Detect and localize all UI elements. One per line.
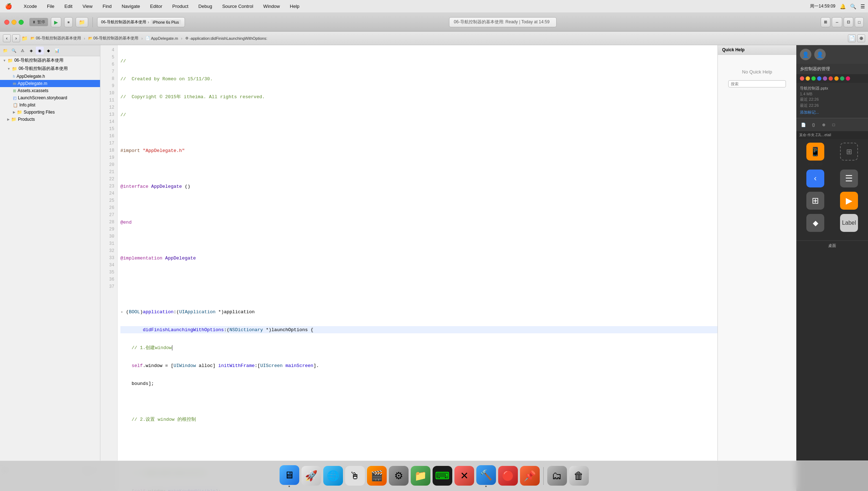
nav-icon-search[interactable]: 🔍 [10, 47, 18, 54]
dock-launchpad[interactable]: 🚀 [301, 466, 321, 486]
dock-folder[interactable]: 📁 [411, 466, 430, 486]
dock-safari[interactable]: 🌐 [323, 466, 343, 486]
obj-item-5[interactable]: ⊞ [800, 192, 831, 211]
menu-navigate[interactable]: Navigate [119, 3, 142, 10]
folder-icon-btn[interactable]: 📁 [76, 17, 88, 27]
menu-search-icon[interactable]: 🔍 [850, 4, 856, 9]
menu-help[interactable]: Help [288, 3, 302, 10]
sidebar-products[interactable]: ▶ 📁 Products [0, 116, 100, 123]
code-line-4: // [120, 57, 717, 65]
obj-item-4[interactable]: ☰ [834, 170, 864, 189]
sidebar-root-group[interactable]: ▼ 📁 06-导航控制器的基本使用 [0, 56, 100, 65]
insp-icon-layout[interactable]: □ [829, 120, 838, 129]
quick-help-search[interactable] [728, 80, 786, 87]
sidebar-launchscreen[interactable]: ◰ LaunchScreen.storyboard [0, 94, 100, 101]
add-file-btn[interactable]: 📄 [848, 34, 856, 42]
code-editor[interactable]: 4 5 6 7 8 9 10 11 12 13 14 15 16 17 18 1… [100, 45, 717, 491]
dock-tools[interactable]: ⚙ [389, 466, 409, 486]
sidebar-products-label: Products [18, 117, 35, 122]
dock-terminal[interactable]: ⌨ [433, 466, 452, 486]
breadcrumb-icon-1: 📂 [30, 36, 35, 40]
maximize-button[interactable] [19, 20, 24, 25]
menu-notification-icon[interactable]: 🔔 [840, 4, 846, 9]
avatar-1[interactable]: 👤 [800, 49, 811, 60]
insp-icon-doc[interactable]: 📄 [799, 120, 808, 129]
menu-file[interactable]: File [45, 3, 57, 10]
menu-edit[interactable]: Edit [62, 3, 75, 10]
dock-finder[interactable]: 🖥 [280, 465, 299, 487]
dock-files[interactable]: 🗂 [547, 466, 567, 486]
sidebar-infoplist[interactable]: 📋 Info.plist [0, 101, 100, 109]
apple-menu[interactable]: 🍎 [3, 2, 14, 10]
obj-item-7[interactable]: ◆ [800, 214, 831, 237]
related-files-btn[interactable]: ⊕ [857, 34, 865, 42]
stop-button[interactable]: ■ [64, 17, 73, 27]
insp-icon-code[interactable]: {} [809, 120, 818, 129]
dock-red-app[interactable]: 🔴 [498, 466, 518, 486]
menu-view[interactable]: View [80, 3, 95, 10]
sidebar-supporting-files[interactable]: ▶ 📁 Supporting Files [0, 109, 100, 116]
object-library: 📱 ios1...试题 ⊞ ‹ ☰ ⊞ [796, 139, 868, 240]
obj-item-6[interactable]: ▶ [834, 192, 864, 211]
dot-darkred [829, 76, 833, 81]
code-line-6: // Copyright © 2015年 itheima. All rights… [120, 93, 717, 100]
menu-find[interactable]: Find [100, 3, 114, 10]
layout-btn-3[interactable]: ⊡ [844, 17, 853, 27]
menu-window[interactable]: Window [261, 3, 282, 10]
nav-icon-alert[interactable]: ⚠ [19, 47, 27, 54]
sidebar-appdelegatem[interactable]: m AppDelegate.m [0, 80, 100, 87]
dock-safari-icon: 🌐 [323, 466, 343, 486]
nav-icon-debug[interactable]: ◉ [36, 47, 44, 54]
sidebar-infoplist-label: Info.plist [19, 103, 35, 108]
sidebar-group1-label: 06-导航控制器的基本使用 [19, 66, 68, 72]
insp-icon-add[interactable]: ⊕ [819, 120, 828, 129]
menu-product[interactable]: Product [170, 3, 191, 10]
dot-yellow [806, 76, 810, 81]
right-panel-title: 乡控制器的管理 [796, 64, 868, 74]
sidebar-appdelegateh[interactable]: h AppDelegate.h [0, 73, 100, 80]
breadcrumb-item-2[interactable]: 📂 06-导航控制器的基本使用 [87, 35, 140, 42]
line-num-15: 15 [100, 125, 117, 133]
sidebar-xcassets-icon: ⊞ [13, 89, 16, 93]
dock-pin[interactable]: 📌 [520, 466, 540, 486]
dock-trash[interactable]: 🗑 [569, 466, 589, 486]
menu-xcode[interactable]: Xcode [22, 3, 39, 10]
nav-icon-folder[interactable]: 📁 [1, 47, 9, 54]
breadcrumb-item-1[interactable]: 📂 06-导航控制器的基本使用 [29, 35, 82, 42]
avatar-2[interactable]: 👤 [814, 49, 826, 60]
sidebar-xcassets[interactable]: ⊞ Assets.xcassets [0, 87, 100, 94]
nav-icon-report[interactable]: 📊 [53, 47, 61, 54]
dock-xcode[interactable]: 🔨 [476, 465, 496, 487]
menu-list-icon[interactable]: ☰ [860, 4, 865, 9]
add-tag-link[interactable]: 添加标记... [800, 110, 864, 115]
nav-icon-breakpoint[interactable]: ◆ [44, 47, 52, 54]
obj-item-8[interactable]: Label Label [834, 214, 864, 237]
menu-debug[interactable]: Debug [196, 3, 214, 10]
minimize-button[interactable] [11, 20, 16, 25]
obj-item-3[interactable]: ‹ [800, 170, 831, 189]
close-button[interactable] [4, 20, 9, 25]
code-line-15: @implementation AppDelegate [120, 254, 717, 262]
line-num-27: 27 [100, 211, 117, 219]
scheme-selector[interactable]: 06-导航控制器的基本使用 › iPhone 6s Plus [97, 17, 185, 27]
dock-video[interactable]: 🎬 [367, 466, 387, 486]
back-nav-button[interactable]: ‹ [3, 34, 11, 42]
line-num-13: 13 [100, 111, 117, 118]
nav-icon-test[interactable]: ◈ [27, 47, 35, 54]
dock-note[interactable]: ✕ [454, 466, 474, 486]
sidebar-group-1[interactable]: ▼ 📁 06-导航控制器的基本使用 [0, 65, 100, 73]
menu-editor[interactable]: Editor [148, 3, 164, 10]
breadcrumb-item-3[interactable]: 📄 AppDelegate.m [144, 35, 180, 41]
obj-item-1[interactable]: 📱 ios1...试题 [800, 143, 831, 167]
breadcrumb-item-4[interactable]: ⚙ -application:didFinishLaunchingWithOpt… [184, 35, 269, 41]
forward-nav-button[interactable]: › [12, 34, 20, 42]
layout-btn-1[interactable]: ⊞ [821, 17, 830, 27]
dock-cursor[interactable]: 🖱 [345, 466, 365, 486]
layout-btn-4[interactable]: □ [855, 17, 864, 27]
layout-btn-2[interactable]: ↔ [832, 17, 842, 27]
run-button[interactable]: ▶ [51, 17, 61, 27]
code-content[interactable]: // // Created by Romeo on 15/11/30. // C… [118, 45, 717, 491]
obj-item-2[interactable]: ⊞ [834, 143, 864, 167]
toolbar-right-icons: ⊞ ↔ ⊡ □ [821, 17, 864, 27]
menu-source-control[interactable]: Source Control [220, 3, 256, 10]
